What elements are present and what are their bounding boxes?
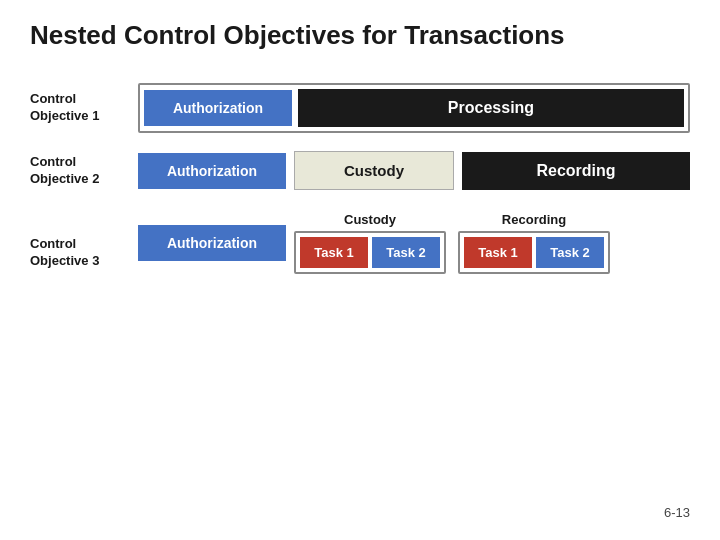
recording-task2: Task 2 <box>536 237 604 268</box>
custody-group-label: Custody <box>294 212 446 227</box>
processing-box-1: Processing <box>298 89 684 127</box>
custody-box-2: Custody <box>294 151 454 190</box>
auth-box-3: Authorization <box>138 225 286 261</box>
recording-box-2: Recording <box>462 152 690 190</box>
recording-task-row: Task 1 Task 2 <box>464 237 604 268</box>
row3-groups: Custody Task 1 Task 2 Recording <box>294 212 610 274</box>
custody-group: Custody Task 1 Task 2 <box>294 212 446 274</box>
page-number: 6-13 <box>30 497 690 520</box>
custody-task2: Task 2 <box>372 237 440 268</box>
recording-bracket: Task 1 Task 2 <box>458 231 610 274</box>
control-obj-label-3: Control Objective 3 <box>30 212 138 270</box>
recording-task1: Task 1 <box>464 237 532 268</box>
row-1: Control Objective 1 Authorization Proces… <box>30 83 690 133</box>
custody-task-row: Task 1 Task 2 <box>300 237 440 268</box>
recording-group: Recording Task 1 Task 2 <box>458 212 610 274</box>
control-obj-label-2: Control Objective 2 <box>30 154 138 188</box>
custody-task1: Task 1 <box>300 237 368 268</box>
row2-content: Authorization Custody Recording <box>138 151 690 190</box>
page-title: Nested Control Objectives for Transactio… <box>30 20 690 59</box>
row-2: Control Objective 2 Authorization Custod… <box>30 151 690 190</box>
auth-box-2: Authorization <box>138 153 286 189</box>
control-obj-label-1: Control Objective 1 <box>30 91 138 125</box>
page: Nested Control Objectives for Transactio… <box>0 0 720 540</box>
recording-group-label: Recording <box>458 212 610 227</box>
row-3: Control Objective 3 Authorization Custod… <box>30 208 690 274</box>
auth-box-1: Authorization <box>144 90 292 126</box>
objectives-container: Control Objective 1 Authorization Proces… <box>30 83 690 497</box>
row1-outer-bracket: Authorization Processing <box>138 83 690 133</box>
custody-bracket: Task 1 Task 2 <box>294 231 446 274</box>
